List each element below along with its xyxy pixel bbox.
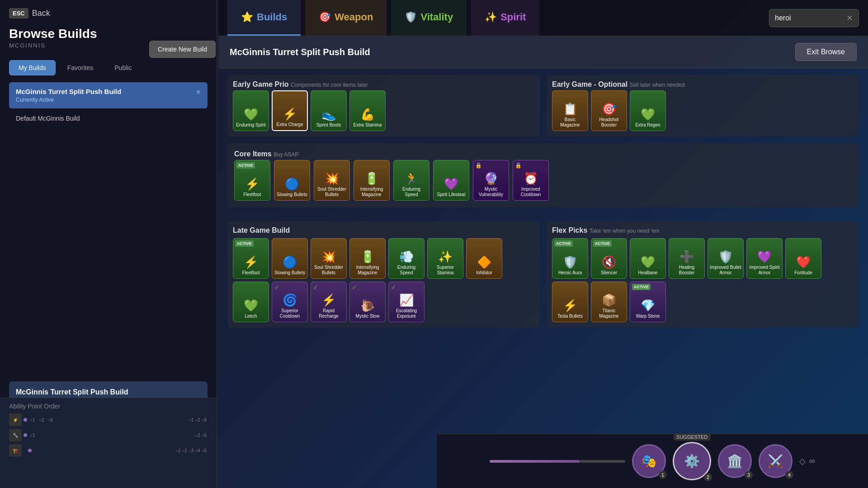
item-soul-shredder-late[interactable]: 💥 Soul Shredder Bullets xyxy=(311,238,347,279)
item-basic-magazine[interactable]: 📋 Basic Magazine xyxy=(552,90,588,131)
item-sprint-boots[interactable]: 👟 Sprint Boots xyxy=(311,90,347,131)
late-game-items: ACTIVE ⚡ Fleetfoot 🔵 Slowing Bullets 💥 S… xyxy=(233,238,534,322)
item-fleetfoot-late[interactable]: ACTIVE ⚡ Fleetfoot xyxy=(233,238,269,279)
ability-order-title: Ability Point Order xyxy=(9,403,208,410)
ability-icon-3: 🏗️ xyxy=(9,444,22,457)
item-enduring-spirit[interactable]: 💚 Enduring Spirit xyxy=(233,90,269,131)
build-item-title: McGinnis Turret Split Push Build xyxy=(16,88,201,95)
nav-tab-builds[interactable]: ⭐ Builds xyxy=(227,0,301,36)
item-silencer[interactable]: ACTIVE 🔇 Silencer xyxy=(591,238,627,279)
item-escalating-exposure-late[interactable]: ✓ 📈 Escalating Exposure xyxy=(388,282,425,322)
early-optional-title: Early Game - Optional Sell later when ne… xyxy=(552,80,854,89)
ability-icon-1: ⚡ xyxy=(9,413,22,426)
suggested-label: SUGGESTED xyxy=(674,433,710,441)
nav-tab-vitality[interactable]: 🛡️ Vitality xyxy=(391,0,467,36)
ability-row-3: 🏗️ ○1 ○2 ○3 ○4 ○5 xyxy=(9,444,208,457)
build-item-default[interactable]: Default McGinnis Build xyxy=(9,110,208,127)
bottom-connector-icons: ◇ ∞ xyxy=(799,456,815,466)
intensifying-name: Intensifying Magazine xyxy=(354,187,389,197)
item-extra-regen[interactable]: 💚 Extra Regen xyxy=(630,90,666,131)
spirit-label: Spirit xyxy=(500,11,526,23)
ability-4-number: 4 xyxy=(785,471,793,479)
bottom-ability-3[interactable]: 🏛️ 3 xyxy=(718,444,752,478)
ability-order-section: Ability Point Order ⚡ ○1 ○2 ○5 ○1 ○2 ○5 … xyxy=(0,398,217,488)
late-game-title: Late Game Build xyxy=(233,226,534,235)
flex-picks-title: Flex Picks Take 'em when you need 'em xyxy=(552,226,854,235)
item-enduring-speed-late[interactable]: 💨 Enduring Speed xyxy=(388,238,425,279)
item-mystic-vulnerability-core[interactable]: 🔒 🔮 Mystic Vulnerability xyxy=(473,160,509,201)
heart-icon[interactable]: ♥ xyxy=(196,88,201,97)
item-healing-booster[interactable]: ➕ Healing Booster xyxy=(669,238,705,279)
enduring-speed-name: Enduring Speed xyxy=(394,187,429,197)
item-rapid-recharge-late[interactable]: ✓ ⚡ Rapid Recharge xyxy=(311,282,347,322)
item-soul-shredder-core[interactable]: 💥 Soul Shredder Bullets xyxy=(314,160,350,201)
item-warp-stone[interactable]: ACTIVE 💎 Warp Stone xyxy=(630,282,666,322)
ability-3-icon: 🏛️ xyxy=(727,454,743,469)
item-leech-late[interactable]: 💚 Leech xyxy=(233,282,269,322)
basic-magazine-icon: 📋 xyxy=(563,102,577,116)
item-heroic-aura[interactable]: ACTIVE 🛡️ Heroic Aura xyxy=(552,238,588,279)
item-extra-charge[interactable]: ⚡ Extra Charge xyxy=(272,90,308,131)
item-slowing-bullets-late[interactable]: 🔵 Slowing Bullets xyxy=(272,238,308,279)
early-game-prio-section: Early Game Prio Components for core item… xyxy=(227,75,540,136)
bottom-ability-1[interactable]: 🎭 1 xyxy=(632,444,666,478)
early-game-optional-section: Early Game - Optional Sell later when ne… xyxy=(547,75,859,136)
checkmark-1: ✓ xyxy=(274,284,279,291)
item-tesla-bullets[interactable]: ⚡ Tesla Bullets xyxy=(552,282,588,322)
nav-tab-weapon[interactable]: 🎯 Weapon xyxy=(305,0,387,36)
checkmark-2: ✓ xyxy=(313,284,318,291)
item-superior-cooldown-late[interactable]: ✓ 🌀 Superior Cooldown xyxy=(272,282,308,322)
bottom-ability-2[interactable]: SUGGESTED ⚙️ 2 xyxy=(673,442,711,480)
build-item-status: Currently Active xyxy=(16,97,201,103)
item-headshot-booster[interactable]: 🎯 Headshot Booster xyxy=(591,90,627,131)
item-improved-cooldown-core[interactable]: 🔒 ⏰ Improved Cooldown xyxy=(513,160,549,201)
back-button[interactable]: ESC Back xyxy=(0,0,217,27)
item-fleetfoot-core[interactable]: ACTIVE ⚡ Fleetfoot xyxy=(234,160,270,201)
item-inhibitor-late[interactable]: 🔶 Inhibitor xyxy=(466,238,502,279)
progress-bar-empty xyxy=(580,460,625,463)
flex-picks-items: ACTIVE 🛡️ Heroic Aura ACTIVE 🔇 Silencer … xyxy=(552,238,854,322)
item-fortitude[interactable]: ❤️ Fortitude xyxy=(785,238,821,279)
extra-stamina-name: Extra Stamina xyxy=(352,122,384,128)
exit-browse-button[interactable]: Exit Browse xyxy=(795,43,857,61)
item-mystic-slow-late[interactable]: ✓ 🐌 Mystic Slow xyxy=(349,282,386,322)
extra-charge-icon: ⚡ xyxy=(283,107,297,121)
improved-cooldown-icon: ⏰ xyxy=(524,172,538,186)
ability-dot-2 xyxy=(24,433,27,437)
weapon-icon: 🎯 xyxy=(319,11,331,23)
tab-favorites[interactable]: Favorites xyxy=(58,60,103,75)
search-input[interactable] xyxy=(775,14,843,22)
item-enduring-speed-core[interactable]: 🏃 Enduring Speed xyxy=(393,160,429,201)
item-titanic-magazine[interactable]: 📦 Titanic Magazine xyxy=(591,282,627,322)
build-item-active[interactable]: ♥ McGinnis Turret Split Push Build Curre… xyxy=(9,82,208,108)
infinity-icon: ∞ xyxy=(809,456,815,466)
item-improved-spirit-armor[interactable]: 💜 Improved Spirit Armor xyxy=(746,238,783,279)
extra-stamina-icon: 💪 xyxy=(360,108,375,122)
ability-row-1: ⚡ ○1 ○2 ○5 ○1 ○2 ○5 xyxy=(9,413,208,426)
tab-my-builds[interactable]: My Builds xyxy=(9,60,56,75)
top-navigation: ⭐ Builds 🎯 Weapon 🛡️ Vitality ✨ Spirit ✕ xyxy=(218,0,868,36)
early-prio-items: 💚 Enduring Spirit ⚡ Extra Charge 👟 Sprin… xyxy=(233,90,534,131)
item-intensifying-late[interactable]: 🔋 Intensifying Magazine xyxy=(349,238,386,279)
early-prio-title: Early Game Prio Components for core item… xyxy=(233,80,534,89)
tab-public[interactable]: Public xyxy=(105,60,141,75)
item-spirit-lifesteal-core[interactable]: 💜 Spirit Lifesteal xyxy=(433,160,469,201)
item-improved-bullet-armor[interactable]: 🛡️ Improved Bullet Armor xyxy=(708,238,744,279)
item-extra-stamina[interactable]: 💪 Extra Stamina xyxy=(349,90,386,131)
bottom-ability-4[interactable]: ⚔️ 4 xyxy=(759,444,793,478)
builds-icon: ⭐ xyxy=(241,11,253,23)
slowing-bullets-icon: 🔵 xyxy=(285,177,299,191)
item-healbane[interactable]: 💚 Healbane xyxy=(630,238,666,279)
item-superior-stamina-late[interactable]: ✨ Superior Stamina xyxy=(427,238,463,279)
item-intensifying-core[interactable]: 🔋 Intensifying Magazine xyxy=(354,160,390,201)
create-new-build-button[interactable]: Create New Build xyxy=(149,41,216,58)
ability-dot xyxy=(24,418,27,422)
ability-2-icon: ⚙️ xyxy=(684,454,700,469)
active-badge-late: ACTIVE xyxy=(235,240,254,247)
item-slowing-bullets-core[interactable]: 🔵 Slowing Bullets xyxy=(274,160,310,201)
nav-tab-spirit[interactable]: ✨ Spirit xyxy=(471,0,539,36)
spirit-lifesteal-icon: 💜 xyxy=(444,177,458,191)
ability-2-number: 2 xyxy=(704,473,712,481)
ability-progress-bar xyxy=(490,460,625,463)
search-close-icon[interactable]: ✕ xyxy=(846,13,853,23)
